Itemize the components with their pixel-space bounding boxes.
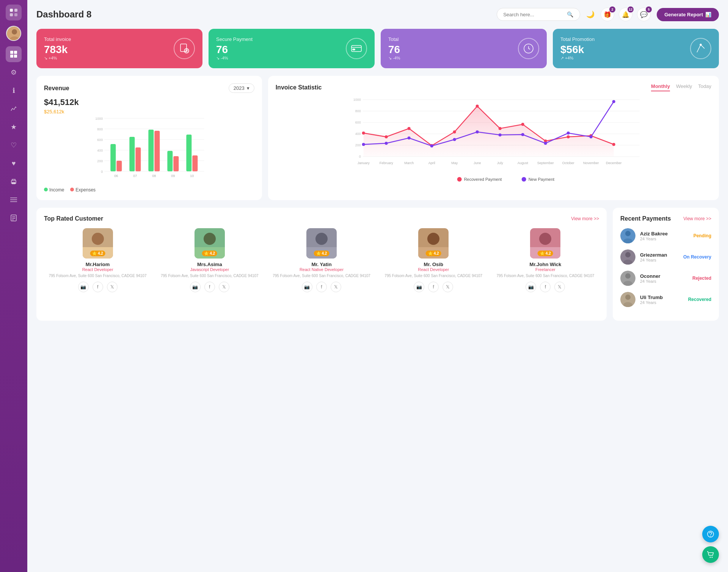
page-title: Dashboard 8	[36, 9, 491, 20]
customer-socials: 📷 f 𝕏	[190, 282, 229, 292]
stat-card-value: 783k	[44, 44, 71, 56]
tab-today[interactable]: Today	[698, 83, 711, 91]
customer-socials: 📷 f 𝕏	[78, 282, 118, 292]
svg-rect-1	[14, 9, 17, 12]
svg-point-105	[521, 177, 526, 182]
search-input[interactable]	[503, 12, 564, 17]
svg-point-82	[430, 144, 433, 147]
tab-weekly[interactable]: Weekly	[676, 83, 692, 91]
year-select[interactable]: 2023 ▾	[229, 83, 254, 93]
fab-container	[702, 526, 719, 563]
svg-rect-39	[110, 144, 116, 171]
instagram-btn[interactable]: 📷	[414, 282, 424, 292]
stat-card-icon	[346, 38, 367, 59]
chat-icon-btn[interactable]: 💬 5	[637, 8, 651, 21]
instagram-btn[interactable]: 📷	[302, 282, 312, 292]
stat-card-trend: ↘ +4%	[44, 56, 71, 61]
svg-point-76	[566, 135, 570, 138]
sidebar-item-analytics[interactable]	[6, 101, 22, 117]
sidebar-item-settings[interactable]: ⚙	[6, 64, 22, 80]
payment-info: Aziz Bakree 24 Years	[640, 231, 689, 241]
sidebar-logo[interactable]	[6, 5, 22, 20]
customers-view-more[interactable]: View more >>	[571, 216, 599, 221]
svg-point-131	[625, 252, 631, 257]
dark-mode-toggle[interactable]: 🌙	[586, 10, 595, 19]
cart-fab[interactable]	[702, 546, 719, 563]
svg-point-68	[384, 135, 388, 138]
facebook-btn[interactable]: f	[428, 282, 439, 292]
payments-title: Recent Payments	[620, 215, 671, 222]
stat-cards: Total invoice 783k ↘ +4% Secure Payment …	[36, 29, 719, 68]
stat-card-trend: ↗ +4%	[560, 56, 595, 61]
gift-badge: 2	[609, 6, 615, 13]
svg-rect-51	[186, 135, 191, 171]
svg-text:800: 800	[97, 127, 103, 131]
instagram-btn[interactable]: 📷	[78, 282, 89, 292]
svg-rect-40	[116, 161, 122, 171]
svg-text:December: December	[606, 161, 622, 165]
svg-rect-10	[14, 55, 17, 58]
sidebar-item-reports[interactable]	[6, 210, 22, 226]
sidebar-item-dashboard[interactable]	[6, 46, 22, 62]
twitter-btn[interactable]: 𝕏	[331, 282, 341, 292]
payment-status: Rejected	[692, 276, 711, 281]
svg-text:800: 800	[355, 109, 361, 113]
sidebar-item-likes[interactable]: ♥	[6, 155, 22, 171]
twitter-btn[interactable]: 𝕏	[554, 282, 565, 292]
instagram-btn[interactable]: 📷	[190, 282, 201, 292]
customer-name: Mr. Osib	[424, 262, 443, 267]
sidebar-item-menu[interactable]	[6, 192, 22, 208]
svg-point-134	[625, 273, 631, 279]
bell-badge: 12	[628, 6, 634, 13]
support-fab[interactable]	[702, 526, 719, 542]
facebook-btn[interactable]: f	[316, 282, 327, 292]
customer-item: ⭐ 4.2 Mr.Hariom React Developer 795 Fols…	[44, 228, 151, 292]
payment-age: 24 Years	[640, 300, 684, 305]
tab-monthly[interactable]: Monthly	[651, 83, 670, 91]
svg-point-112	[204, 233, 216, 245]
svg-text:200: 200	[355, 143, 361, 147]
avatar[interactable]	[6, 26, 21, 41]
customer-address: 795 Folsom Ave, Suite 600 San Francisco,…	[384, 273, 482, 279]
stat-card-label: Total Promotion	[560, 36, 595, 42]
instagram-btn[interactable]: 📷	[526, 282, 536, 292]
revenue-chart-card: Revenue 2023 ▾ $41,512k $25,612k 1000 80…	[36, 76, 262, 200]
payment-name: Uli Trumb	[640, 295, 684, 300]
customer-item: ⭐ 4.2 Mr. Osib React Developer 795 Folso…	[380, 228, 487, 292]
stat-card-label: Total invoice	[44, 36, 71, 42]
svg-point-72	[475, 105, 479, 108]
facebook-btn[interactable]: f	[93, 282, 103, 292]
svg-point-86	[521, 133, 524, 136]
twitter-btn[interactable]: 𝕏	[442, 282, 453, 292]
stat-card-total: Total 76 ↘ -4%	[381, 29, 547, 68]
customer-role: Freelancer	[535, 267, 555, 272]
facebook-btn[interactable]: f	[204, 282, 215, 292]
twitter-btn[interactable]: 𝕏	[107, 282, 118, 292]
svg-text:January: January	[357, 161, 370, 165]
svg-rect-3	[14, 13, 17, 16]
svg-point-67	[362, 132, 365, 135]
customer-socials: 📷 f 𝕏	[526, 282, 565, 292]
header: Dashboard 8 🔍 🌙 🎁 2 🔔 12 💬 5 Generate Re…	[36, 8, 719, 21]
stat-card-label: Secure Payment	[216, 36, 253, 42]
revenue-bar-chart: 1000 800 600 400 200 0 06	[44, 114, 254, 183]
customer-rating: ⭐ 4.2	[426, 251, 441, 256]
svg-point-83	[453, 138, 456, 141]
twitter-btn[interactable]: 𝕏	[219, 282, 229, 292]
sidebar-item-print[interactable]	[6, 174, 22, 190]
gift-icon-btn[interactable]: 🎁 2	[601, 8, 614, 21]
facebook-btn[interactable]: f	[540, 282, 551, 292]
customer-role: React Developer	[82, 267, 113, 272]
bell-icon-btn[interactable]: 🔔 12	[619, 8, 632, 21]
svg-text:New Payment: New Payment	[528, 177, 554, 182]
payments-view-more[interactable]: View more >>	[683, 216, 711, 221]
sidebar-item-info[interactable]: ℹ	[6, 83, 22, 99]
svg-rect-8	[14, 51, 17, 54]
customer-avatar: ⭐ 4.2	[83, 228, 113, 259]
payment-avatar	[620, 292, 635, 307]
generate-report-button[interactable]: Generate Report 📊	[657, 8, 719, 21]
sidebar-item-favorites[interactable]: ★	[6, 119, 22, 135]
svg-point-88	[566, 132, 570, 135]
sidebar-item-wishlist[interactable]: ♡	[6, 137, 22, 153]
svg-rect-48	[167, 151, 173, 171]
